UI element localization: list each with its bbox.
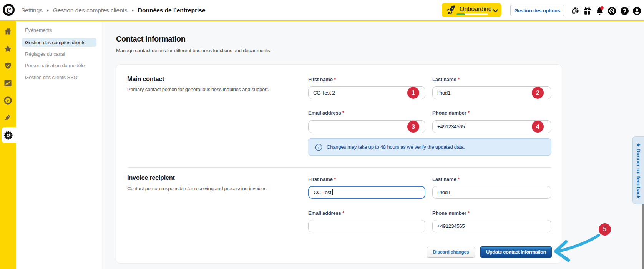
svg-text:e: e (7, 98, 9, 103)
